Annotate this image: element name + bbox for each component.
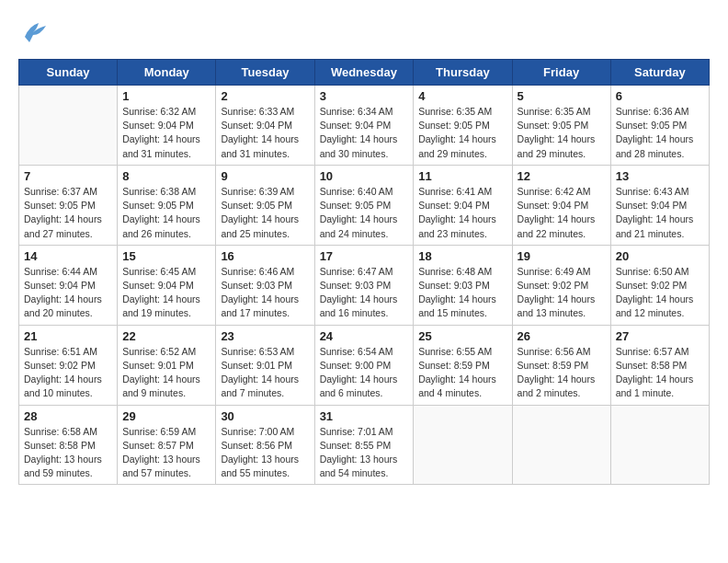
day-number: 2 <box>221 89 309 103</box>
weekday-header-monday: Monday <box>118 60 216 86</box>
calendar-cell: 24Sunrise: 6:54 AMSunset: 9:00 PMDayligh… <box>314 325 414 405</box>
calendar-cell: 19Sunrise: 6:49 AMSunset: 9:02 PMDayligh… <box>512 245 610 325</box>
day-info: Sunrise: 6:59 AMSunset: 8:57 PMDaylight:… <box>122 425 210 481</box>
calendar-cell: 27Sunrise: 6:57 AMSunset: 8:58 PMDayligh… <box>610 325 709 405</box>
calendar-week-3: 14Sunrise: 6:44 AMSunset: 9:04 PMDayligh… <box>19 245 710 325</box>
calendar-cell: 18Sunrise: 6:48 AMSunset: 9:03 PMDayligh… <box>414 245 512 325</box>
day-info: Sunrise: 6:45 AMSunset: 9:04 PMDaylight:… <box>122 265 210 321</box>
calendar-cell <box>414 405 512 485</box>
weekday-header-wednesday: Wednesday <box>314 60 414 86</box>
day-number: 27 <box>616 329 704 343</box>
calendar-cell: 3Sunrise: 6:34 AMSunset: 9:04 PMDaylight… <box>314 86 414 166</box>
day-number: 13 <box>616 169 704 183</box>
page-header <box>18 18 710 44</box>
day-number: 24 <box>320 329 409 343</box>
weekday-header-friday: Friday <box>512 60 610 86</box>
calendar-cell <box>512 405 610 485</box>
day-number: 25 <box>418 329 506 343</box>
day-number: 17 <box>320 249 409 263</box>
day-info: Sunrise: 6:58 AMSunset: 8:58 PMDaylight:… <box>24 425 112 481</box>
day-info: Sunrise: 7:01 AMSunset: 8:55 PMDaylight:… <box>320 425 409 481</box>
day-info: Sunrise: 6:35 AMSunset: 9:05 PMDaylight:… <box>418 105 506 161</box>
day-info: Sunrise: 6:52 AMSunset: 9:01 PMDaylight:… <box>122 345 210 401</box>
calendar-cell: 22Sunrise: 6:52 AMSunset: 9:01 PMDayligh… <box>118 325 216 405</box>
day-number: 5 <box>518 89 606 103</box>
day-info: Sunrise: 6:50 AMSunset: 9:02 PMDaylight:… <box>616 265 704 321</box>
day-info: Sunrise: 6:48 AMSunset: 9:03 PMDaylight:… <box>418 265 506 321</box>
day-number: 3 <box>320 89 409 103</box>
calendar-week-5: 28Sunrise: 6:58 AMSunset: 8:58 PMDayligh… <box>19 405 710 485</box>
day-info: Sunrise: 6:41 AMSunset: 9:04 PMDaylight:… <box>418 185 506 241</box>
calendar-cell: 7Sunrise: 6:37 AMSunset: 9:05 PMDaylight… <box>19 165 118 245</box>
day-number: 10 <box>320 169 409 183</box>
day-number: 31 <box>320 409 409 423</box>
day-info: Sunrise: 6:33 AMSunset: 9:04 PMDaylight:… <box>221 105 309 161</box>
day-number: 26 <box>518 329 606 343</box>
calendar-week-2: 7Sunrise: 6:37 AMSunset: 9:05 PMDaylight… <box>19 165 710 245</box>
day-info: Sunrise: 6:40 AMSunset: 9:05 PMDaylight:… <box>320 185 409 241</box>
calendar-cell: 8Sunrise: 6:38 AMSunset: 9:05 PMDaylight… <box>118 165 216 245</box>
calendar-cell: 21Sunrise: 6:51 AMSunset: 9:02 PMDayligh… <box>19 325 118 405</box>
calendar-table: SundayMondayTuesdayWednesdayThursdayFrid… <box>18 59 710 485</box>
day-info: Sunrise: 6:53 AMSunset: 9:01 PMDaylight:… <box>221 345 309 401</box>
calendar-cell: 14Sunrise: 6:44 AMSunset: 9:04 PMDayligh… <box>19 245 118 325</box>
day-number: 30 <box>221 409 309 423</box>
day-info: Sunrise: 6:49 AMSunset: 9:02 PMDaylight:… <box>518 265 606 321</box>
day-info: Sunrise: 6:55 AMSunset: 8:59 PMDaylight:… <box>418 345 506 401</box>
calendar-cell: 6Sunrise: 6:36 AMSunset: 9:05 PMDaylight… <box>610 86 709 166</box>
calendar-cell: 25Sunrise: 6:55 AMSunset: 8:59 PMDayligh… <box>414 325 512 405</box>
day-number: 29 <box>122 409 210 423</box>
day-info: Sunrise: 6:36 AMSunset: 9:05 PMDaylight:… <box>616 105 704 161</box>
calendar-cell: 23Sunrise: 6:53 AMSunset: 9:01 PMDayligh… <box>216 325 314 405</box>
day-number: 18 <box>418 249 506 263</box>
calendar-cell <box>19 86 118 166</box>
day-number: 9 <box>221 169 309 183</box>
weekday-header-sunday: Sunday <box>19 60 118 86</box>
calendar-week-4: 21Sunrise: 6:51 AMSunset: 9:02 PMDayligh… <box>19 325 710 405</box>
day-number: 19 <box>518 249 606 263</box>
weekday-header-tuesday: Tuesday <box>216 60 314 86</box>
weekday-header-row: SundayMondayTuesdayWednesdayThursdayFrid… <box>19 60 710 86</box>
day-number: 7 <box>24 169 112 183</box>
calendar-cell: 10Sunrise: 6:40 AMSunset: 9:05 PMDayligh… <box>314 165 414 245</box>
calendar-cell: 17Sunrise: 6:47 AMSunset: 9:03 PMDayligh… <box>314 245 414 325</box>
calendar-header: SundayMondayTuesdayWednesdayThursdayFrid… <box>19 60 710 86</box>
calendar-week-1: 1Sunrise: 6:32 AMSunset: 9:04 PMDaylight… <box>19 86 710 166</box>
day-number: 16 <box>221 249 309 263</box>
day-info: Sunrise: 6:32 AMSunset: 9:04 PMDaylight:… <box>122 105 210 161</box>
calendar-cell: 12Sunrise: 6:42 AMSunset: 9:04 PMDayligh… <box>512 165 610 245</box>
calendar-cell: 2Sunrise: 6:33 AMSunset: 9:04 PMDaylight… <box>216 86 314 166</box>
day-info: Sunrise: 6:47 AMSunset: 9:03 PMDaylight:… <box>320 265 409 321</box>
day-info: Sunrise: 6:39 AMSunset: 9:05 PMDaylight:… <box>221 185 309 241</box>
calendar-cell: 31Sunrise: 7:01 AMSunset: 8:55 PMDayligh… <box>314 405 414 485</box>
day-info: Sunrise: 6:54 AMSunset: 9:00 PMDaylight:… <box>320 345 409 401</box>
calendar-cell <box>610 405 709 485</box>
day-number: 21 <box>24 329 112 343</box>
day-info: Sunrise: 6:44 AMSunset: 9:04 PMDaylight:… <box>24 265 112 321</box>
calendar-cell: 5Sunrise: 6:35 AMSunset: 9:05 PMDaylight… <box>512 86 610 166</box>
day-info: Sunrise: 6:43 AMSunset: 9:04 PMDaylight:… <box>616 185 704 241</box>
calendar-cell: 29Sunrise: 6:59 AMSunset: 8:57 PMDayligh… <box>118 405 216 485</box>
calendar-cell: 13Sunrise: 6:43 AMSunset: 9:04 PMDayligh… <box>610 165 709 245</box>
calendar-cell: 1Sunrise: 6:32 AMSunset: 9:04 PMDaylight… <box>118 86 216 166</box>
day-info: Sunrise: 6:51 AMSunset: 9:02 PMDaylight:… <box>24 345 112 401</box>
day-number: 6 <box>616 89 704 103</box>
day-info: Sunrise: 6:35 AMSunset: 9:05 PMDaylight:… <box>518 105 606 161</box>
day-number: 22 <box>122 329 210 343</box>
calendar-cell: 15Sunrise: 6:45 AMSunset: 9:04 PMDayligh… <box>118 245 216 325</box>
day-info: Sunrise: 6:34 AMSunset: 9:04 PMDaylight:… <box>320 105 409 161</box>
calendar-cell: 9Sunrise: 6:39 AMSunset: 9:05 PMDaylight… <box>216 165 314 245</box>
calendar-body: 1Sunrise: 6:32 AMSunset: 9:04 PMDaylight… <box>19 86 710 485</box>
day-number: 14 <box>24 249 112 263</box>
day-number: 11 <box>418 169 506 183</box>
weekday-header-thursday: Thursday <box>414 60 512 86</box>
calendar-cell: 11Sunrise: 6:41 AMSunset: 9:04 PMDayligh… <box>414 165 512 245</box>
logo <box>18 18 48 44</box>
calendar-cell: 20Sunrise: 6:50 AMSunset: 9:02 PMDayligh… <box>610 245 709 325</box>
calendar-cell: 30Sunrise: 7:00 AMSunset: 8:56 PMDayligh… <box>216 405 314 485</box>
day-number: 4 <box>418 89 506 103</box>
day-info: Sunrise: 6:56 AMSunset: 8:59 PMDaylight:… <box>518 345 606 401</box>
day-number: 12 <box>518 169 606 183</box>
calendar-cell: 26Sunrise: 6:56 AMSunset: 8:59 PMDayligh… <box>512 325 610 405</box>
calendar-cell: 28Sunrise: 6:58 AMSunset: 8:58 PMDayligh… <box>19 405 118 485</box>
